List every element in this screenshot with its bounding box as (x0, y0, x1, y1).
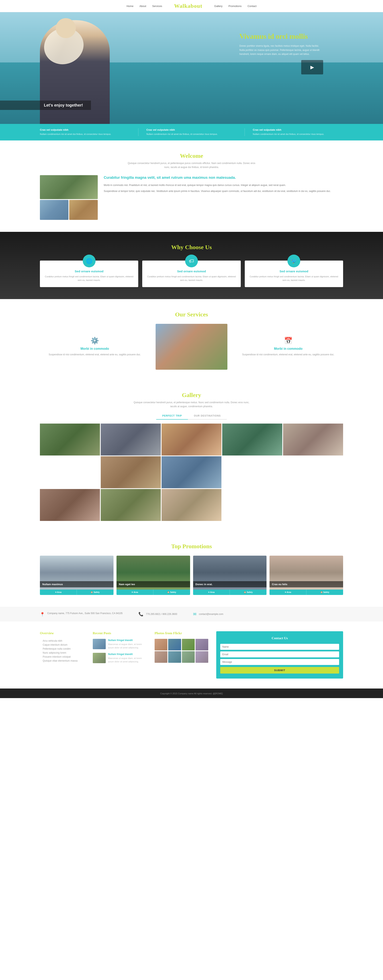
promo-actions-2: ✈ Area 🏠 Safety (116, 590, 190, 595)
promo-action-area-4[interactable]: ✈ Area (270, 590, 307, 595)
contact-message-input[interactable] (220, 659, 339, 665)
gallery-subtitle: Quisque consectetur hendrerit purus, et … (132, 401, 251, 409)
why-card-2: 🏷 Sed ornare euismod Curabitur pretium m… (142, 261, 241, 287)
recent-post-1: Nullam fringat blandit Maecenas ut augue… (93, 639, 146, 649)
promo-label-3: Donec in erat. (193, 581, 267, 587)
why-card-3-title: Sed ornare euismod (249, 270, 339, 273)
recent-post-img-1 (93, 639, 106, 649)
overview-item-5[interactable]: Posuere interdum volutpat (40, 655, 85, 659)
promo-label-1: Nullam maximus (40, 581, 113, 587)
why-icon-2: 🏷 (185, 255, 198, 267)
gallery-img-3[interactable] (162, 423, 222, 455)
why-cards: 🌐 Sed ornare euismod Curabitur pretium m… (40, 261, 343, 287)
service-right: 📅 Morbi in commodo Suspendisse id nisi c… (234, 332, 343, 361)
overview-item-2[interactable]: Caque interdum dictum (40, 643, 85, 647)
email-icon: ✉ (193, 612, 197, 616)
service-right-text: Suspendisse id nisi condimentum, eletere… (237, 353, 339, 356)
recent-post-title-2[interactable]: Nullam fringat blandit (108, 653, 146, 655)
flickr-img-4[interactable] (195, 639, 208, 651)
why-card-3: 🐦 Sed ornare euismod Curabitur pretium m… (245, 261, 343, 287)
footer-overview-title: Overview (40, 631, 85, 635)
why-card-2-text: Curabitur pretium metus fringit sed cond… (146, 275, 237, 282)
contact-submit-button[interactable]: SUBMIT (220, 667, 339, 673)
promo-card-4: Cras eu felis ✈ Area 🏠 Safety (270, 556, 343, 595)
services-title: Our Services (40, 311, 343, 318)
nav-gallery[interactable]: Gallery (214, 5, 222, 8)
hero-section: Vivamus id orci mollis Donec porttitor v… (0, 12, 383, 124)
flickr-img-1[interactable] (154, 639, 167, 651)
feature-item-3: Cras vel vulputate nibh Nullam condiment… (245, 128, 343, 136)
flickr-img-2[interactable] (168, 639, 181, 651)
contact-box-title: Contact Us (220, 636, 339, 640)
gallery-tab-2[interactable]: OUR DESTINATIONS (188, 412, 227, 420)
overview-item-3[interactable]: Pellentesque nulla condim (40, 647, 85, 651)
services-section: Our Services ⚙️ Morbi in commodo Suspend… (0, 299, 383, 382)
gallery-img-7[interactable] (162, 456, 222, 488)
flickr-img-3[interactable] (182, 639, 195, 651)
contact-email-input[interactable] (220, 651, 339, 657)
address-company: 📍 Company name, 775 Fulsom Ave., Suite 5… (40, 611, 122, 617)
navbar: Home About Services Walkabout Gallery Pr… (0, 0, 383, 12)
nav-home[interactable]: Home (127, 5, 133, 8)
gallery-img-10[interactable] (162, 489, 222, 521)
nav-contact[interactable]: Contact (248, 5, 256, 8)
promo-action-safety-3[interactable]: 🏠 Safety (230, 590, 267, 595)
contact-box: Contact Us SUBMIT (216, 631, 343, 679)
gallery-img-5[interactable] (283, 423, 343, 455)
nav-promotions[interactable]: Promotions (229, 5, 242, 8)
promo-actions-4: ✈ Area 🏠 Safety (270, 590, 343, 595)
welcome-text: Curabitur fringilla magna velit, sit ame… (104, 175, 343, 193)
promo-card-1: Nullam maximus ✈ Area 🏠 Safety (40, 556, 113, 595)
footer-flickr-title: Photos from Flickr (154, 631, 208, 635)
location-icon: 📍 (40, 612, 45, 617)
hero-tagline: Let's enjoy together! (0, 100, 91, 110)
hero-content-area: Vivamus id orci mollis Donec porttitor v… (239, 32, 323, 75)
recent-post-title-1[interactable]: Nullam fringat blandit (108, 639, 146, 642)
why-card-3-text: Curabitur pretium metus fringit sed cond… (249, 275, 339, 282)
flickr-img-6[interactable] (168, 651, 181, 663)
flickr-img-8[interactable] (195, 651, 208, 663)
promo-action-safety-4[interactable]: 🏠 Safety (307, 590, 343, 595)
promo-action-area-3[interactable]: ✈ Area (193, 590, 230, 595)
hero-person-head (56, 18, 76, 38)
contact-name-input[interactable] (220, 644, 339, 650)
footer-overview-list: Arcu vehicula nibh Caque interdum dictum… (40, 639, 85, 663)
footer-overview: Overview Arcu vehicula nibh Caque interd… (40, 631, 85, 679)
feature-item-2: Cras vel vulputate nibh Nullam condiment… (138, 128, 245, 136)
overview-item-1[interactable]: Arcu vehicula nibh (40, 639, 85, 643)
feature-item-1: Cras vel vulputate nibh Nullam condiment… (40, 128, 138, 136)
gallery-tab-1[interactable]: PERFECT TRIP (156, 412, 188, 420)
copyright-text: Copyright © 2015 Company name All rights… (160, 692, 222, 695)
promo-action-area-1[interactable]: ✈ Area (40, 590, 77, 595)
gallery-img-6[interactable] (101, 456, 161, 488)
promo-action-area-2[interactable]: ✈ Area (116, 590, 153, 595)
gallery-img-8[interactable] (40, 489, 100, 521)
recent-post-text-2: Nullam fringat blandit Maecenas ut augue… (108, 653, 146, 663)
why-card-1: 🌐 Sed ornare euismod Curabitur pretium m… (40, 261, 138, 287)
gallery-img-9[interactable] (101, 489, 161, 521)
overview-item-4[interactable]: Nunc adipiscing lorem (40, 651, 85, 655)
welcome-images (40, 175, 98, 220)
promo-label-2: Nam eget leo (116, 581, 190, 587)
nav-about[interactable]: About (140, 5, 146, 8)
promo-card-2: Nam eget leo ✈ Area 🏠 Safety (116, 556, 190, 595)
promo-action-safety-1[interactable]: 🏠 Safety (77, 590, 113, 595)
gallery-img-2[interactable] (101, 423, 161, 455)
why-card-2-title: Sed ornare euismod (146, 270, 237, 273)
gallery-img-1[interactable] (40, 423, 100, 455)
overview-item-6[interactable]: Quisque vitae elementum massa (40, 659, 85, 663)
promo-cards: Nullam maximus ✈ Area 🏠 Safety Nam eget … (40, 556, 343, 595)
address-strip: 📍 Company name, 775 Fulsom Ave., Suite 5… (0, 607, 383, 621)
nav-services[interactable]: Services (152, 5, 162, 8)
welcome-img-large (40, 175, 98, 199)
address-phone: 📞 770.265.6821 / 800.226.3600 (138, 612, 177, 616)
recent-post-img-2 (93, 653, 106, 663)
flickr-img-5[interactable] (154, 651, 167, 663)
service-left: ⚙️ Morbi in commodo Suspendisse id nisi … (40, 332, 149, 361)
hero-video-thumbnail[interactable]: ▶ (301, 60, 323, 75)
promo-action-safety-2[interactable]: 🏠 Safety (153, 590, 190, 595)
flickr-img-7[interactable] (182, 651, 195, 663)
gallery-img-4[interactable] (222, 423, 282, 455)
promotions-section: Top Promotions Nullam maximus ✈ Area 🏠 S… (0, 531, 383, 607)
promo-label-4: Cras eu felis (270, 581, 343, 587)
